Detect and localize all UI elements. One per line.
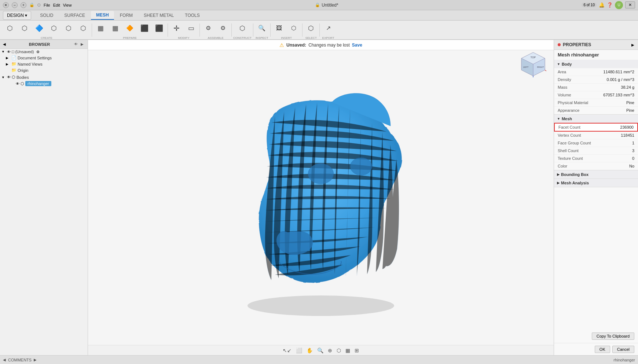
body-section: ▼ Body Area 11480.611 mm^2 Density 0.001… bbox=[554, 60, 638, 115]
prepare-btn-5[interactable]: ⬛ bbox=[152, 21, 166, 36]
app-menu-view[interactable]: View bbox=[63, 3, 72, 7]
toolbar-sep-7 bbox=[302, 23, 302, 37]
app-menu-edit[interactable]: Edit bbox=[53, 3, 60, 7]
tree-item-unsaved[interactable]: ▼ 👁 □ (Unsaved) ⚙ bbox=[0, 49, 88, 55]
prop-row-volume: Volume 67057.193 mm^3 bbox=[554, 91, 638, 99]
prepare-btn-3[interactable]: 🔶 bbox=[123, 21, 137, 36]
prepare-btn-4[interactable]: ⬛ bbox=[138, 21, 151, 36]
tree-icon-views: 📁 bbox=[11, 62, 16, 66]
tree-item-named-views[interactable]: ▶ 📁 Named Views bbox=[0, 61, 88, 67]
tree-label-rhinohanger[interactable]: rhinohanger bbox=[25, 81, 51, 86]
comments-collapse-btn[interactable]: ◀ bbox=[3, 358, 6, 362]
vp-display-1[interactable]: ⬡ bbox=[335, 347, 342, 354]
vp-zoom-btn[interactable]: 🔍 bbox=[316, 347, 325, 354]
create-btn-2[interactable]: ⬡ bbox=[18, 21, 32, 36]
create-btn-5[interactable]: ⬡ bbox=[62, 21, 76, 36]
bounding-box-header[interactable]: ▶ Bounding Box bbox=[554, 170, 638, 179]
window-control-close[interactable]: ✕ bbox=[3, 2, 9, 8]
vp-fit-btn[interactable]: ⊕ bbox=[326, 347, 334, 354]
title-bar-right: 6 of 10 🔔 ❓ U ✕ bbox=[582, 1, 635, 9]
ok-button[interactable]: OK bbox=[595, 346, 610, 353]
density-label: Density bbox=[558, 77, 607, 82]
mesh-section-header[interactable]: ▼ Mesh bbox=[554, 115, 638, 123]
properties-collapse-btn[interactable]: ▶ bbox=[631, 43, 634, 47]
insert-btn-select[interactable]: ⬡ bbox=[287, 21, 301, 36]
copy-to-clipboard-button[interactable]: Copy To Clipboard bbox=[592, 332, 634, 340]
design-mode-button[interactable]: DESIGN ▾ bbox=[3, 11, 31, 20]
viewport[interactable]: ⚠ Unsaved: Changes may be lost Save TOP … bbox=[88, 40, 554, 355]
status-bar-right: rhinohanger bbox=[613, 358, 635, 362]
prop-row-shell-count: Shell Count 3 bbox=[554, 147, 638, 155]
tab-sheet-metal[interactable]: SHEET METAL bbox=[139, 11, 179, 19]
vp-pan-btn[interactable]: ⬜ bbox=[294, 347, 304, 354]
tab-solid[interactable]: SOLID bbox=[35, 11, 58, 19]
help-icon[interactable]: ❓ bbox=[607, 2, 613, 8]
construct-btn-1[interactable]: ⬡ bbox=[235, 21, 249, 36]
body-section-header[interactable]: ▼ Body bbox=[554, 60, 638, 68]
save-link[interactable]: Save bbox=[352, 43, 362, 48]
tree-item-origin[interactable]: ▶ 📁 Origin bbox=[0, 67, 88, 73]
mesh-analysis-arrow: ▶ bbox=[557, 181, 560, 185]
assemble-icon-2: ⚙ bbox=[220, 25, 225, 32]
vp-navigate-btn[interactable]: ↖↙ bbox=[281, 347, 293, 354]
browser-panel: ◀ BROWSER 👁 ▶ ▼ 👁 □ (Unsaved) ⚙ ▶ 📄 Docu… bbox=[0, 40, 88, 355]
window-control-maximize[interactable]: + bbox=[21, 2, 26, 8]
prop-row-physical-material: Physical Material Pine bbox=[554, 99, 638, 107]
density-value: 0.001 g / mm^3 bbox=[607, 77, 634, 82]
inspect-btn-1[interactable]: 🔍 bbox=[255, 21, 269, 36]
window-control-minimize[interactable]: – bbox=[12, 2, 18, 8]
window-close-button[interactable]: ✕ bbox=[625, 1, 635, 8]
appearance-label: Appearance bbox=[558, 108, 626, 113]
prepare-group-label: PREPARE bbox=[123, 36, 137, 40]
vp-display-3[interactable]: ⊞ bbox=[353, 347, 360, 354]
notification-icon[interactable]: 🔔 bbox=[599, 2, 605, 8]
browser-eye-toggle[interactable]: 👁 bbox=[73, 42, 79, 47]
tree-gear-unsaved[interactable]: ⚙ bbox=[36, 50, 40, 54]
tab-surface[interactable]: SURFACE bbox=[59, 11, 90, 19]
export-group: ↗ EXPORT bbox=[321, 21, 335, 40]
properties-panel: PROPERTIES ▶ Mesh rhinohanger ▼ Body Are… bbox=[554, 40, 638, 355]
tree-label-doc: Document Settings bbox=[18, 56, 52, 60]
mesh-analysis-header[interactable]: ▶ Mesh Analysis bbox=[554, 179, 638, 187]
move-icon: ✛ bbox=[173, 24, 180, 33]
modify-btn-2[interactable]: ▭ bbox=[184, 21, 198, 36]
image-icon: 🖼 bbox=[276, 25, 282, 32]
create-btn-4[interactable]: ⬡ bbox=[47, 21, 61, 36]
vp-display-2[interactable]: ▦ bbox=[344, 347, 352, 354]
comments-expand-btn[interactable]: ▶ bbox=[34, 358, 37, 362]
select-btn-1[interactable]: ⬡ bbox=[304, 21, 318, 36]
prepare-icon-5: ⬛ bbox=[155, 24, 163, 32]
browser-expand-toggle[interactable]: ▶ bbox=[80, 42, 85, 47]
export-btn-1[interactable]: ↗ bbox=[321, 21, 335, 36]
vp-orbit-btn[interactable]: ✋ bbox=[305, 347, 314, 354]
assemble-btn-1[interactable]: ⚙ bbox=[201, 21, 215, 36]
tab-mesh[interactable]: MESH bbox=[91, 11, 114, 20]
modify-btn-1[interactable]: ✛ bbox=[169, 21, 183, 36]
create-btn-1[interactable]: ⬡ bbox=[3, 21, 17, 36]
create-btn-3[interactable]: 🔷 bbox=[32, 21, 46, 36]
mesh-section-label: Mesh bbox=[562, 117, 572, 121]
cancel-button[interactable]: Cancel bbox=[612, 346, 634, 353]
tab-form[interactable]: FORM bbox=[115, 11, 138, 19]
prepare-btn-1[interactable]: ▦ bbox=[94, 21, 107, 36]
insert-group-label: INSERT bbox=[281, 36, 292, 40]
assemble-btn-2[interactable]: ⚙ bbox=[216, 21, 230, 36]
viewport-bottom-toolbar: ↖↙ ⬜ ✋ 🔍 ⊕ ⬡ ▦ ⊞ bbox=[88, 345, 554, 355]
tree-icon-origin: 📁 bbox=[11, 68, 16, 73]
prepare-btn-2[interactable]: ▦ bbox=[108, 21, 122, 36]
tree-eye-rhino: 👁 bbox=[16, 82, 19, 86]
insert-btn-image[interactable]: 🖼 bbox=[272, 21, 286, 36]
svg-point-11 bbox=[247, 295, 394, 316]
browser-collapse-left[interactable]: ◀ bbox=[3, 42, 6, 46]
app-logo: ⬡ bbox=[37, 3, 41, 7]
tree-item-bodies[interactable]: ▼ 👁 ⬡ Bodies bbox=[0, 74, 88, 80]
rhino-mesh-svg bbox=[207, 86, 434, 320]
app-menu-file[interactable]: File bbox=[44, 3, 50, 7]
tree-item-doc-settings[interactable]: ▶ 📄 Document Settings bbox=[0, 55, 88, 61]
tab-row: DESIGN ▾ SOLID SURFACE MESH FORM SHEET M… bbox=[0, 10, 638, 21]
create-btn-6[interactable]: ⬡ bbox=[76, 21, 90, 36]
assemble-group: ⚙ ⚙ ASSEMBLE bbox=[201, 21, 230, 40]
user-avatar[interactable]: U bbox=[615, 1, 623, 9]
tab-tools[interactable]: TOOLS bbox=[180, 11, 205, 19]
tree-item-rhinohanger[interactable]: ▶ 👁 ⬡ rhinohanger bbox=[0, 80, 88, 87]
